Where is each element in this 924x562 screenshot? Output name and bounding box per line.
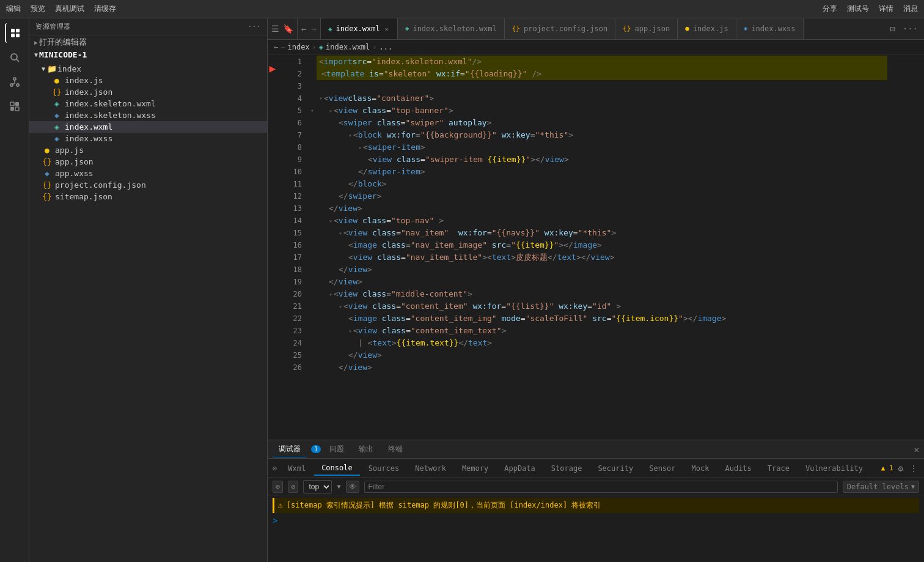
- editor-area: ☰ 🔖 ← → ◈ index.wxml ✕ ◈ index.skeleton.…: [268, 18, 924, 562]
- menu-testid[interactable]: 测试号: [847, 4, 869, 14]
- editor-content[interactable]: ▶ 1 2 3 4 5 6 7 8 9 10 11 12 13: [268, 54, 924, 440]
- breadcrumb-nav-back[interactable]: ←: [274, 43, 278, 51]
- tree-item-index-skeleton-wxss[interactable]: ◈ index.skeleton.wxss: [29, 109, 267, 121]
- breadcrumb-file[interactable]: index.wxml: [326, 43, 370, 51]
- settings-icon[interactable]: ⚙: [897, 462, 904, 475]
- sidebar-open-editors[interactable]: ▶ 打开的编辑器: [29, 35, 267, 49]
- menu-detail[interactable]: 详情: [879, 4, 893, 14]
- panel-close-button[interactable]: ✕: [914, 445, 919, 454]
- console-top-selector[interactable]: top: [303, 480, 332, 494]
- menu-device-debug[interactable]: 真机调试: [55, 4, 84, 14]
- menu-edit[interactable]: 编辑: [6, 4, 21, 14]
- tab-index-wxss-label: index.wxss: [751, 24, 795, 33]
- wxml-file-icon: ◈: [51, 99, 62, 108]
- breadcrumb-more[interactable]: ...: [380, 43, 393, 51]
- devtools-tab-network[interactable]: Network: [408, 462, 453, 475]
- devtools-tab-sources[interactable]: Sources: [361, 462, 407, 475]
- default-levels[interactable]: Default levels ▼: [843, 481, 919, 493]
- tree-item-project-config[interactable]: {} project.config.json: [29, 179, 267, 191]
- activity-git[interactable]: [5, 72, 24, 92]
- tree-item-app-wxss[interactable]: ◈ app.wxss: [29, 168, 267, 179]
- warning-badge: ▲ 1: [881, 464, 893, 472]
- outline-icon[interactable]: ☰: [270, 23, 280, 35]
- activity-extensions[interactable]: [5, 97, 24, 116]
- menu-clear-cache[interactable]: 清缓存: [94, 4, 116, 14]
- console-block-icon[interactable]: ⊘: [288, 481, 298, 493]
- more-devtools-icon[interactable]: ⋮: [908, 462, 919, 475]
- devtools-tab-vulnerability[interactable]: Vulnerability: [798, 462, 870, 475]
- panel-tab-debugger[interactable]: 调试器: [273, 442, 307, 457]
- project-config-icon: {}: [42, 180, 53, 190]
- devtools-tab-security[interactable]: Security: [590, 462, 640, 475]
- panel-tab-issues[interactable]: 问题: [323, 442, 350, 457]
- devtools-tab-console[interactable]: Console: [314, 461, 360, 476]
- line-num-7: 7: [277, 129, 302, 141]
- forward-icon[interactable]: →: [310, 23, 317, 35]
- tree-item-index-skeleton-wxml[interactable]: ◈ index.skeleton.wxml: [29, 98, 267, 109]
- tab-project-config[interactable]: {} project.config.json: [505, 18, 616, 39]
- devtools-tab-appdata[interactable]: AppData: [497, 462, 543, 475]
- devtools-tab-wxml[interactable]: Wxml: [280, 462, 313, 475]
- console-filter-bar: ⊙ ⊘ top ▼ 👁 Default levels ▼: [268, 478, 924, 495]
- back-icon[interactable]: ←: [300, 23, 307, 35]
- app-js-icon: ●: [42, 146, 53, 155]
- line-num-1: 1: [277, 56, 302, 68]
- menu-share[interactable]: 分享: [823, 4, 837, 14]
- tab-index-wxss[interactable]: ◈ index.wxss: [736, 18, 804, 39]
- file-tree: ▼ 📁 index ● index.js {} index.json ◈ ind…: [29, 61, 267, 205]
- line-num-24: 24: [277, 337, 302, 349]
- dropdown-arrow-icon: ▼: [337, 483, 340, 490]
- devtools-tab-memory[interactable]: Memory: [455, 462, 496, 475]
- tab-app-json[interactable]: {} app.json: [615, 18, 678, 39]
- sidebar-more-icon[interactable]: ···: [248, 23, 261, 31]
- devtools-target-icon[interactable]: ⊙: [273, 464, 277, 473]
- activity-explorer[interactable]: [5, 23, 24, 43]
- bookmark-icon[interactable]: 🔖: [282, 23, 295, 35]
- menu-message[interactable]: 消息: [903, 4, 918, 14]
- line-num-2: 2: [277, 68, 302, 80]
- devtools-tab-storage[interactable]: Storage: [544, 462, 590, 475]
- breadcrumb-index[interactable]: index: [287, 43, 309, 51]
- code-line-16: <image class="nav_item_image" src="{{ite…: [317, 239, 887, 251]
- menu-preview[interactable]: 预览: [31, 4, 45, 14]
- tree-item-index-folder[interactable]: ▼ 📁 index: [29, 63, 267, 75]
- console-filter-input[interactable]: [364, 481, 838, 493]
- console-prompt[interactable]: >: [273, 513, 919, 528]
- tree-item-app-json[interactable]: {} app.json: [29, 156, 267, 168]
- debug-arrow-icon: ▶: [270, 62, 276, 75]
- devtools-tab-mock[interactable]: Mock: [684, 462, 717, 475]
- more-tabs-icon[interactable]: ···: [901, 23, 919, 35]
- fold-4[interactable]: [308, 56, 317, 68]
- code-line-25: </view>: [317, 349, 887, 361]
- tab-index-js[interactable]: ● index.js: [678, 18, 736, 39]
- eye-icon[interactable]: 👁: [346, 481, 359, 493]
- tree-item-index-json[interactable]: {} index.json: [29, 86, 267, 98]
- tree-item-sitemap[interactable]: {} sitemap.json: [29, 191, 267, 202]
- tree-item-index-wxss[interactable]: ◈ index.wxss: [29, 133, 267, 144]
- console-output[interactable]: ⚠ [sitemap 索引情况提示] 根据 sitemap 的规则[0]，当前页…: [268, 495, 924, 562]
- app-wxss-icon: ◈: [42, 169, 53, 178]
- activity-search[interactable]: [5, 48, 24, 67]
- devtools-tab-trace[interactable]: Trace: [760, 462, 797, 475]
- breadcrumb-nav-fwd[interactable]: →: [280, 43, 285, 51]
- devtools-tab-sensor[interactable]: Sensor: [642, 462, 683, 475]
- fold-8[interactable]: ▾: [308, 105, 317, 117]
- devtools-tab-audits[interactable]: Audits: [717, 462, 758, 475]
- panel-tab-output[interactable]: 输出: [353, 442, 380, 457]
- tab-index-wxml[interactable]: ◈ index.wxml ✕: [321, 18, 398, 39]
- code-area[interactable]: <import src="index.skeleton.wxml"/> <tem…: [317, 54, 887, 440]
- tab-index-skeleton[interactable]: ◈ index.skeleton.wxml: [398, 18, 505, 39]
- code-line-3: [317, 80, 887, 92]
- split-editor-icon[interactable]: ⊟: [889, 23, 896, 35]
- panel-tab-terminal[interactable]: 终端: [382, 442, 409, 457]
- console-target-icon[interactable]: ⊙: [273, 481, 283, 493]
- line-num-18: 18: [277, 264, 302, 276]
- top-menubar: 编辑 预览 真机调试 清缓存 分享 测试号 详情 消息: [0, 0, 924, 18]
- tree-item-index-js[interactable]: ● index.js: [29, 75, 267, 86]
- code-line-17: <view class="nav_item_title"><text>皮皮标题<…: [317, 251, 887, 264]
- tab-close-index-wxml[interactable]: ✕: [384, 25, 390, 33]
- tree-item-app-js[interactable]: ● app.js: [29, 144, 267, 156]
- tree-item-index-wxml[interactable]: ◈ index.wxml: [29, 121, 267, 133]
- panel-badge-debugger: 1: [311, 445, 321, 453]
- sidebar-project[interactable]: ▼ MINICODE-1: [29, 49, 267, 61]
